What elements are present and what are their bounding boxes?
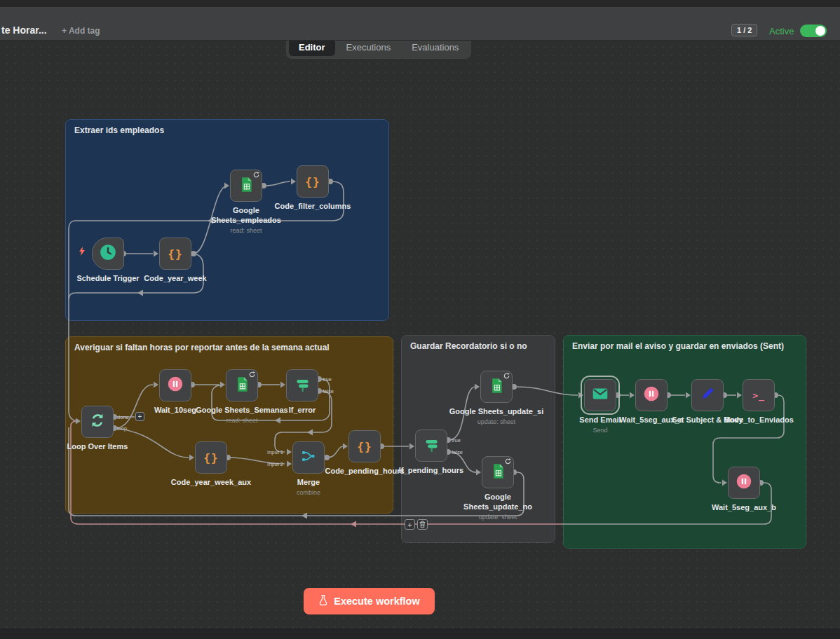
pause-icon: [735, 472, 753, 493]
port-label-true: true: [452, 437, 461, 444]
active-label: Active: [769, 26, 794, 36]
code-braces-icon: {}: [305, 175, 320, 188]
google-sheets-icon: [240, 177, 253, 195]
port-label-loop: loop: [117, 425, 127, 432]
connection-add-button[interactable]: +: [405, 519, 415, 530]
node-box[interactable]: [728, 467, 760, 499]
node-move-to-enviados[interactable]: >_ Move_to_Enviados: [706, 379, 811, 425]
node-box[interactable]: [415, 430, 447, 462]
node-label: Wait_5seg_aux_b: [712, 503, 776, 513]
node-subtitle: read: sheet: [230, 227, 262, 234]
node-box[interactable]: >_: [743, 379, 775, 411]
terminal-icon: >_: [752, 390, 765, 401]
node-label: If_pending_hours: [399, 466, 463, 476]
node-google-sheets-update-si[interactable]: Google Sheets_update_si update: sheet: [437, 371, 556, 425]
node-code-filter-columns[interactable]: {} Code_filter_columns: [264, 165, 362, 212]
window-top-strip: [0, 0, 840, 7]
port-label-true: true: [323, 376, 332, 383]
node-box[interactable]: [230, 170, 262, 202]
tab-evaluations[interactable]: Evaluations: [402, 39, 468, 56]
merge-icon: [300, 448, 317, 467]
port-label-false: false: [323, 388, 334, 394]
sticky-title: Extraer ids empleados: [74, 125, 380, 135]
node-label: Google Sheets_update_no: [456, 493, 540, 512]
port-label-done: done: [117, 414, 129, 420]
node-box[interactable]: [81, 406, 114, 438]
tab-editor[interactable]: Editor: [289, 39, 335, 56]
sticky-title: Guardar Recordatorio si o no: [410, 341, 546, 351]
node-google-sheets-update-no[interactable]: Google Sheets_update_no update: sheet: [456, 456, 540, 521]
add-tag-button[interactable]: + Add tag: [62, 26, 100, 36]
add-node-button[interactable]: +: [135, 412, 144, 421]
node-subtitle: update: sheet: [479, 514, 517, 521]
active-toggle[interactable]: [800, 25, 827, 37]
node-label: Code_year_week_aux: [171, 478, 251, 488]
port-label-input1: Input 1: [260, 449, 283, 455]
workflow-header: te Horar... + Add tag 1 / 2 Active: [0, 7, 840, 41]
clock-icon: [99, 243, 117, 264]
execute-workflow-label: Execute workflow: [334, 596, 419, 607]
node-subtitle: Send: [592, 427, 607, 434]
execute-workflow-button[interactable]: Execute workflow: [304, 588, 435, 614]
refresh-icon: [505, 458, 511, 465]
node-label: Loop Over Items: [67, 442, 128, 452]
port-label-input2: Input 2: [260, 461, 283, 467]
trigger-bolt-icon: [79, 247, 86, 256]
google-sheets-icon: [490, 378, 503, 397]
toggle-knob: [815, 26, 825, 36]
flask-icon: [318, 594, 328, 608]
sticky-title: Enviar por mail el aviso y guardar en en…: [572, 341, 797, 351]
if-filter-icon: [422, 435, 440, 456]
google-sheets-icon: [492, 463, 505, 482]
code-braces-icon: {}: [357, 440, 372, 453]
node-label: Google Sheets_update_si: [449, 407, 543, 417]
sticky-note-enviar[interactable]: Enviar por mail el aviso y guardar en en…: [563, 335, 806, 549]
tab-executions[interactable]: Executions: [337, 39, 401, 56]
window-bottom-strip: [0, 628, 840, 639]
node-label: Code_year_week: [144, 274, 206, 284]
connection-delete-button[interactable]: [417, 519, 428, 530]
node-label: Code_filter_columns: [275, 202, 351, 212]
n8n-workflow-editor: te Horar... + Add tag 1 / 2 Active Edito…: [0, 0, 840, 639]
node-box[interactable]: [480, 371, 513, 403]
node-code-year-week-aux[interactable]: {} Code_year_week_aux: [162, 441, 260, 488]
node-box[interactable]: [482, 456, 514, 488]
node-subtitle: read: sheet: [226, 417, 257, 424]
google-sheets-icon: [236, 376, 249, 395]
node-if-error[interactable]: If_error: [253, 369, 351, 415]
code-braces-icon: {}: [168, 247, 182, 261]
node-code-year-week[interactable]: {} Code_year_week: [126, 238, 224, 284]
node-box[interactable]: {}: [297, 165, 329, 198]
pause-icon: [166, 375, 184, 396]
loop-icon: [88, 411, 107, 432]
port-label-false: false: [452, 449, 463, 455]
node-label: Merge: [297, 478, 320, 488]
node-label: If_error: [289, 406, 316, 415]
pagination-badge: 1 / 2: [731, 24, 757, 36]
trash-icon: [419, 518, 426, 531]
code-braces-icon: {}: [203, 451, 218, 465]
sticky-title: Averiguar si faltan horas por reportar a…: [74, 343, 384, 352]
node-box[interactable]: {}: [348, 430, 381, 462]
node-wait-5seg-aux-b[interactable]: Wait_5seg_aux_b: [695, 467, 793, 513]
node-box[interactable]: {}: [195, 441, 227, 474]
node-box[interactable]: [286, 369, 318, 401]
node-box[interactable]: [92, 238, 124, 270]
workflow-title[interactable]: te Horar...: [1, 25, 47, 36]
if-filter-icon: [293, 375, 311, 396]
node-subtitle: combine: [297, 489, 320, 496]
node-subtitle: update: sheet: [477, 418, 516, 425]
node-box[interactable]: {}: [159, 238, 191, 270]
node-box[interactable]: [159, 369, 191, 401]
node-label: Move_to_Enviados: [724, 415, 794, 425]
refresh-icon: [253, 172, 259, 178]
refresh-icon: [503, 373, 510, 379]
